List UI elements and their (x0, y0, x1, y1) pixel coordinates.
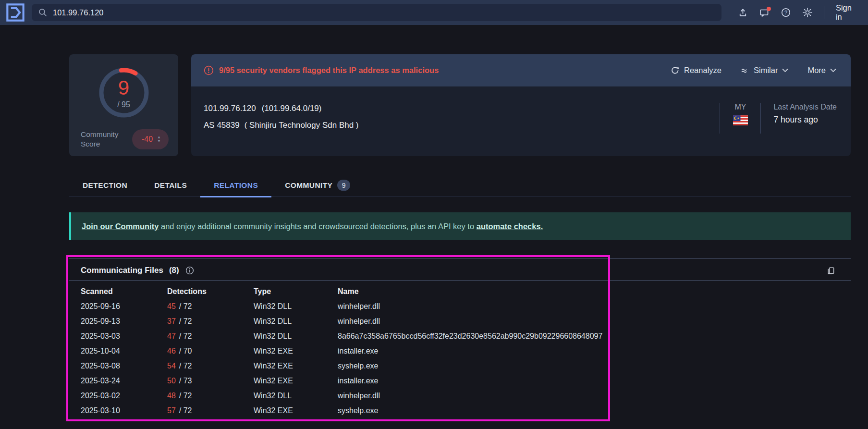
tab-relations[interactable]: RELATIONS (200, 174, 271, 197)
score-value: 9 (118, 78, 129, 98)
reanalyze-button[interactable]: Reanalyze (671, 66, 721, 75)
chevron-down-icon (782, 68, 788, 73)
copy-list-button[interactable] (826, 266, 835, 275)
col-header-type: Type (254, 287, 338, 296)
last-analysis-label: Last Analysis Date (773, 103, 837, 111)
meta-divider (760, 103, 761, 134)
notification-dot (767, 7, 771, 11)
as-owner: ( Shinjiru Technology Sdn Bhd ) (245, 121, 359, 130)
community-score-label: Community Score (81, 130, 118, 149)
section-divider (69, 258, 851, 259)
alert-icon (204, 65, 214, 75)
country-code: MY (734, 103, 746, 111)
chevron-down-icon (830, 68, 836, 73)
alert-text: 9/95 security vendors flagged this IP ad… (219, 66, 439, 75)
search-input[interactable] (53, 8, 715, 17)
virustotal-logo-icon[interactable] (6, 3, 25, 22)
col-header-detections: Detections (167, 287, 254, 296)
top-bar: ? Sign in (0, 0, 868, 25)
promo-text: and enjoy additional community insights … (159, 222, 476, 231)
section-title: Communicating Files (81, 266, 163, 275)
tab-details[interactable]: DETAILS (141, 174, 200, 197)
upload-icon (738, 8, 748, 18)
help-icon: ? (781, 7, 791, 18)
file-name-link[interactable]: winhelper.dll (338, 317, 851, 326)
table-row: 2025-09-16 45/ 72 Win32 DLL winhelper.dl… (69, 299, 851, 314)
score-denominator: / 95 (117, 100, 130, 109)
upload-button[interactable] (734, 4, 751, 21)
reanalyze-icon (671, 66, 680, 75)
theme-toggle-button[interactable] (799, 4, 816, 21)
ip-network: (101.99.64.0/19) (262, 104, 322, 113)
col-header-scanned: Scanned (81, 287, 167, 296)
table-row: 2025-03-03 47/ 72 Win32 DLL 8a66a7c358a6… (69, 329, 851, 343)
community-score-value: -40 (142, 135, 153, 144)
table-row: 2025-03-24 50/ 73 Win32 EXE installer.ex… (69, 373, 851, 388)
tab-community[interactable]: COMMUNITY 9 (271, 174, 364, 197)
copy-icon (826, 266, 835, 275)
join-community-link[interactable]: Join our Community (82, 222, 159, 231)
file-name-link[interactable]: syshelp.exe (338, 406, 851, 415)
score-widget: 9 / 95 Community Score -40 ▲ ▼ (69, 54, 178, 156)
table-header-row: Scanned Detections Type Name (69, 284, 851, 299)
vote-steppers[interactable]: ▲ ▼ (157, 135, 161, 144)
similar-button[interactable]: Similar (741, 66, 788, 75)
vote-down-icon[interactable]: ▼ (157, 139, 161, 143)
communicating-files-header: Communicating Files (8) (69, 261, 851, 280)
community-promo-banner: Join our Community and enjoy additional … (69, 212, 851, 240)
community-score-stepper[interactable]: -40 ▲ ▼ (132, 129, 169, 149)
topbar-actions: ? (734, 4, 816, 21)
report-tabs: DETECTION DETAILS RELATIONS COMMUNITY 9 (69, 174, 851, 197)
similar-icon (741, 67, 749, 74)
table-header-divider (69, 280, 851, 281)
col-header-name: Name (338, 287, 851, 296)
svg-text:?: ? (784, 10, 787, 15)
file-name-link[interactable]: syshelp.exe (338, 362, 851, 370)
topbar-divider (824, 6, 824, 19)
search-icon (38, 8, 47, 17)
table-row: 2025-03-10 57/ 72 Win32 EXE syshelp.exe (69, 403, 851, 418)
info-tooltip-button[interactable] (185, 266, 194, 275)
table-row: 2025-09-13 37/ 72 Win32 DLL winhelper.dl… (69, 314, 851, 329)
help-button[interactable]: ? (777, 4, 795, 21)
detection-score-ring: 9 / 95 (95, 64, 153, 122)
virustotal-ip-report-page: ? Sign in (0, 0, 868, 429)
table-row: 2025-03-02 48/ 72 Win32 DLL winhelper.dl… (69, 388, 851, 403)
communicating-files-table: Scanned Detections Type Name 2025-09-16 … (69, 284, 851, 418)
report-header-card: 9/95 security vendors flagged this IP ad… (191, 54, 851, 156)
sun-icon (802, 7, 813, 18)
table-row: 2025-03-08 54/ 72 Win32 EXE syshelp.exe (69, 358, 851, 373)
file-name-link[interactable]: winhelper.dll (338, 302, 851, 311)
asn: AS 45839 (204, 121, 240, 130)
ip-address: 101.99.76.120 (204, 104, 256, 113)
more-button[interactable]: More (807, 66, 836, 75)
last-analysis-value: 7 hours ago (773, 115, 837, 125)
ip-summary-section: 101.99.76.120(101.99.64.0/19) AS 45839( … (191, 86, 851, 156)
info-icon (185, 266, 194, 275)
alert-banner: 9/95 security vendors flagged this IP ad… (191, 54, 851, 86)
sign-in-button[interactable]: Sign in (833, 1, 860, 24)
file-name-link[interactable]: installer.exe (338, 347, 851, 355)
feedback-button[interactable] (756, 4, 773, 21)
malaysia-flag (733, 115, 748, 125)
file-name-link[interactable]: 8a66a7c358a6765bccd56cff32fe23d2630e8562… (338, 332, 851, 341)
automate-checks-link[interactable]: automate checks. (477, 222, 543, 231)
file-name-link[interactable]: winhelper.dll (338, 392, 851, 400)
search-bar[interactable] (32, 4, 721, 21)
section-count: (8) (169, 266, 179, 275)
tab-detection[interactable]: DETECTION (69, 174, 141, 197)
community-count-badge: 9 (337, 180, 350, 191)
table-row: 2025-10-04 46/ 70 Win32 EXE installer.ex… (69, 343, 851, 358)
file-name-link[interactable]: installer.exe (338, 377, 851, 385)
